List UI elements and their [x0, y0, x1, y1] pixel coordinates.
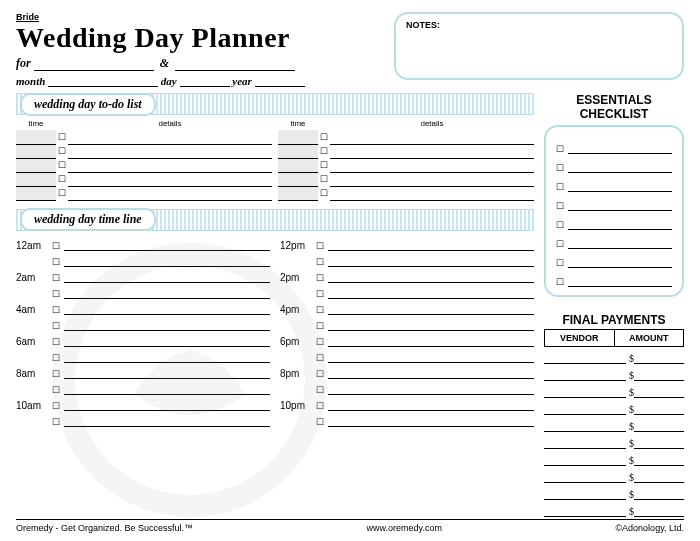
timeline-row: 4am☐: [16, 299, 270, 315]
notes-box: NOTES:: [394, 12, 684, 80]
essentials-row: ☐: [556, 173, 672, 192]
timeline-row: 2am☐: [16, 267, 270, 283]
timeline-row: ☐: [16, 411, 270, 427]
page-title: Wedding Day Planner: [16, 22, 382, 54]
for-line: for &: [16, 56, 382, 71]
timeline-row: 8pm☐: [280, 363, 534, 379]
timeline-row: ☐: [280, 283, 534, 299]
payment-row: $: [544, 483, 684, 500]
timeline-row: 6pm☐: [280, 331, 534, 347]
timeline-row: ☐: [280, 347, 534, 363]
timeline-row: 10pm☐: [280, 395, 534, 411]
essentials-row: ☐: [556, 154, 672, 173]
payment-row: $: [544, 398, 684, 415]
timeline-row: ☐: [16, 315, 270, 331]
payment-row: $: [544, 381, 684, 398]
timeline-table: 12am☐☐2am☐☐4am☐☐6am☐☐8am☐☐10am☐☐ 12pm☐☐2…: [16, 235, 534, 427]
notes-label: NOTES:: [406, 20, 672, 30]
timeline-row: ☐: [16, 379, 270, 395]
payment-row: $: [544, 347, 684, 364]
timeline-row: ☐: [280, 251, 534, 267]
timeline-row: ☐: [280, 411, 534, 427]
timeline-row: 10am☐: [16, 395, 270, 411]
timeline-row: ☐: [16, 283, 270, 299]
footer: Oremedy - Get Organized. Be Successful.™…: [16, 519, 684, 533]
todo-header-bar: wedding day to-do list: [16, 93, 534, 115]
timeline-row: 12am☐: [16, 235, 270, 251]
payment-row: $: [544, 432, 684, 449]
date-line: month day year: [16, 75, 382, 87]
payments-header: VENDORAMOUNT: [544, 329, 684, 347]
timeline-section-label: wedding day time line: [20, 208, 156, 231]
payment-row: $: [544, 415, 684, 432]
timeline-row: 6am☐: [16, 331, 270, 347]
timeline-row: 12pm☐: [280, 235, 534, 251]
payment-row: $: [544, 500, 684, 517]
essentials-box: ☐☐☐☐☐☐☐☐: [544, 125, 684, 297]
timeline-row: ☐: [280, 379, 534, 395]
timeline-row: 4pm☐: [280, 299, 534, 315]
essentials-row: ☐: [556, 192, 672, 211]
timeline-row: ☐: [16, 347, 270, 363]
essentials-row: ☐: [556, 230, 672, 249]
essentials-title: ESSENTIALS CHECKLIST: [544, 93, 684, 121]
essentials-row: ☐: [556, 211, 672, 230]
timeline-row: 8am☐: [16, 363, 270, 379]
timeline-row: 2pm☐: [280, 267, 534, 283]
payment-row: $: [544, 449, 684, 466]
essentials-row: ☐: [556, 135, 672, 154]
todo-table: timedetails timedetails ☐☐ ☐☐ ☐☐ ☐☐ ☐☐: [16, 117, 534, 201]
timeline-row: ☐: [16, 251, 270, 267]
payment-row: $: [544, 466, 684, 483]
payments-title: FINAL PAYMENTS: [544, 313, 684, 327]
payment-row: $: [544, 364, 684, 381]
timeline-row: ☐: [280, 315, 534, 331]
timeline-header-bar: wedding day time line: [16, 209, 534, 231]
pre-title: Bride: [16, 12, 382, 22]
todo-section-label: wedding day to-do list: [20, 93, 156, 116]
essentials-row: ☐: [556, 268, 672, 287]
essentials-row: ☐: [556, 249, 672, 268]
